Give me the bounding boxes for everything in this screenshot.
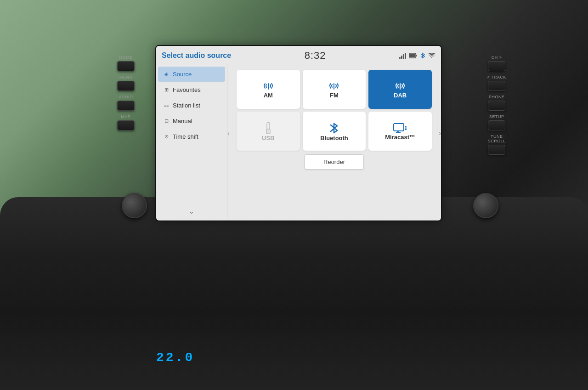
- home-button-group: HOME: [117, 55, 135, 71]
- svg-rect-5: [267, 130, 269, 133]
- left-hardware-buttons: HOME MENU AUDIO MAP: [117, 55, 135, 130]
- miracast-icon: [393, 123, 407, 134]
- bluetooth-tile[interactable]: Bluetooth: [303, 112, 366, 151]
- miracast-tile[interactable]: Miracast™: [368, 112, 432, 151]
- reorder-button-container: Reorder: [231, 154, 437, 170]
- dab-tile[interactable]: DAB: [368, 70, 432, 109]
- track-button-label: < TRACK: [487, 75, 506, 79]
- time-shift-icon: ⊙: [163, 134, 170, 140]
- chevron-down-icon[interactable]: ⌄: [189, 208, 194, 215]
- audio-button-label: AUDIO: [119, 95, 133, 99]
- status-icons: [399, 52, 435, 59]
- right-hardware-buttons: CH > < TRACK PHONE SETUP TUNE SCROLL: [487, 55, 506, 155]
- track-button-group: < TRACK: [487, 75, 506, 91]
- wifi-icon: [428, 53, 435, 58]
- station-list-icon: ≡≡: [163, 103, 170, 108]
- temperature-display: 22.0: [156, 350, 194, 365]
- ch-button-label: CH >: [492, 55, 502, 60]
- home-button[interactable]: [117, 61, 135, 71]
- audio-source-grid: AM FM: [231, 70, 437, 151]
- am-icon: [261, 81, 275, 92]
- sidebar-item-favourites[interactable]: ⊞ Favourites: [158, 82, 225, 97]
- reorder-button[interactable]: Reorder: [305, 154, 364, 170]
- menu-button-group: MENU: [117, 75, 135, 91]
- usb-tile[interactable]: USB: [237, 112, 300, 151]
- map-button-group: MAP: [117, 114, 135, 130]
- screen-title: Select audio source: [162, 51, 231, 60]
- phone-button[interactable]: [488, 101, 505, 111]
- sidebar-item-station-list[interactable]: ≡≡ Station list: [158, 98, 225, 113]
- setup-button-group: SETUP: [487, 114, 506, 130]
- fm-tile[interactable]: FM: [303, 70, 366, 109]
- tile-area: ‹ › AM: [227, 64, 441, 218]
- phone-button-group: PHONE: [487, 95, 506, 111]
- manual-label: Manual: [173, 118, 192, 124]
- usb-icon: [263, 122, 273, 135]
- sidebar-item-time-shift[interactable]: ⊙ Time shift: [158, 129, 225, 144]
- audio-button[interactable]: [117, 101, 135, 111]
- station-list-label: Station list: [173, 102, 200, 109]
- sidebar-item-manual[interactable]: ⊟ Manual: [158, 113, 225, 129]
- tune-scroll-button[interactable]: [488, 145, 505, 155]
- map-button-label: MAP: [121, 114, 130, 119]
- bluetooth-status-icon: [420, 52, 425, 59]
- volume-knob[interactable]: [122, 193, 147, 218]
- audio-sidebar: ◈ Source ⊞ Favourites ≡≡ Station list ⊟ …: [156, 64, 227, 218]
- bluetooth-tile-icon: [329, 122, 339, 135]
- am-label: AM: [264, 92, 273, 99]
- tune-scroll-label: TUNE SCROLL: [488, 134, 506, 143]
- audio-button-group: AUDIO: [117, 95, 135, 111]
- setup-button-label: SETUP: [489, 114, 504, 119]
- screen-header: Select audio source 8:32: [156, 46, 441, 64]
- track-button[interactable]: [488, 81, 505, 91]
- menu-button[interactable]: [117, 81, 135, 91]
- svg-rect-3: [267, 123, 270, 129]
- ch-button-group: CH >: [487, 55, 506, 71]
- fm-label: FM: [330, 92, 339, 99]
- signal-strength-icon: [399, 52, 406, 59]
- menu-button-label: MENU: [119, 75, 133, 79]
- svg-rect-2: [416, 55, 417, 57]
- favourites-icon: ⊞: [163, 87, 170, 93]
- ch-button[interactable]: [488, 61, 505, 71]
- home-button-label: HOME: [119, 55, 133, 60]
- time-shift-label: Time shift: [173, 133, 198, 140]
- svg-rect-7: [394, 124, 404, 131]
- tune-scroll-knob[interactable]: [473, 193, 498, 218]
- bluetooth-label: Bluetooth: [320, 135, 348, 141]
- phone-button-label: PHONE: [489, 95, 505, 99]
- source-label: Source: [173, 71, 192, 78]
- sidebar-item-source[interactable]: ◈ Source: [158, 67, 225, 82]
- manual-icon: ⊟: [163, 118, 170, 124]
- dab-icon: [393, 81, 407, 92]
- setup-button[interactable]: [488, 120, 505, 130]
- source-icon: ◈: [163, 71, 170, 77]
- dab-label: DAB: [394, 92, 407, 99]
- miracast-label: Miracast™: [385, 134, 415, 141]
- fm-icon: [327, 81, 341, 92]
- usb-label: USB: [262, 135, 274, 141]
- screen-content: ◈ Source ⊞ Favourites ≡≡ Station list ⊟ …: [156, 64, 441, 218]
- nav-arrow-left[interactable]: ‹: [227, 130, 230, 137]
- screen: Select audio source 8:32: [156, 46, 441, 220]
- dashboard: [0, 197, 588, 390]
- clock-display: 8:32: [305, 50, 326, 62]
- favourites-label: Favourites: [173, 86, 201, 93]
- battery-icon: [409, 53, 417, 58]
- am-tile[interactable]: AM: [237, 70, 300, 109]
- nav-arrow-right[interactable]: ›: [439, 130, 441, 137]
- map-button[interactable]: [117, 120, 135, 130]
- tune-scroll-button-group: TUNE SCROLL: [487, 134, 506, 155]
- svg-rect-1: [409, 54, 415, 57]
